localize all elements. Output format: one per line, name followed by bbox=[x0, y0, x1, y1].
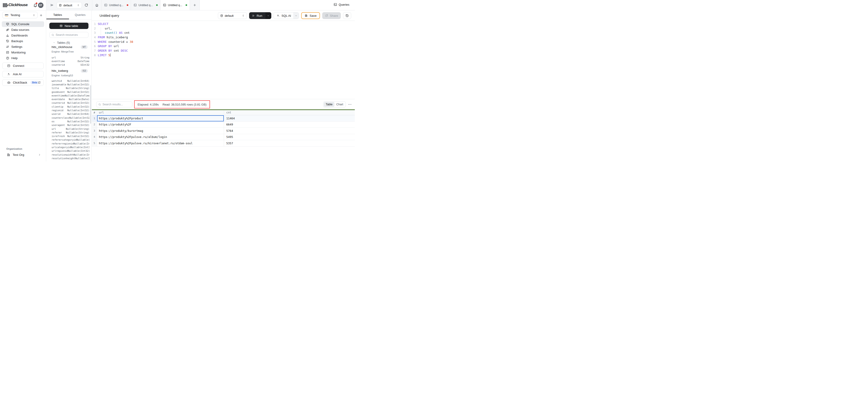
column-row[interactable]: referer Nullable(String) bbox=[52, 131, 89, 134]
column-row[interactable]: clientip Nullable(Int32) bbox=[52, 105, 89, 109]
wifi-icon bbox=[7, 64, 10, 67]
sidebar-item[interactable]: SQL Console bbox=[2, 21, 44, 27]
avatar[interactable]: DT bbox=[38, 2, 43, 8]
url-cell[interactable]: https://produkty%2Fpulove.ru/album/login bbox=[97, 134, 224, 140]
table-engine: Engine: IcebergS3 bbox=[52, 74, 73, 77]
sql-code[interactable]: 1SELECT2 url,3 count() AS cnt4FROM hits_… bbox=[92, 22, 355, 58]
column-type: Nullable(Int32) bbox=[69, 116, 89, 119]
column-row[interactable]: counterid UInt32 bbox=[52, 63, 89, 67]
sidebar-item[interactable]: Settings bbox=[2, 44, 44, 50]
connect-button[interactable]: Connect bbox=[2, 62, 44, 69]
add-service-button[interactable] bbox=[38, 13, 43, 18]
sidebar-item[interactable]: Dashboards bbox=[2, 33, 44, 38]
table-entry-hits-iceberg[interactable]: hits_iceberg IS3 bbox=[52, 69, 90, 73]
cnt-cell[interactable]: 5357 bbox=[224, 140, 355, 146]
column-row[interactable]: goodevent Nullable(Int32) bbox=[52, 90, 89, 94]
query-tab[interactable]: Untitled q... bbox=[160, 0, 190, 10]
column-row[interactable]: eventdate Nullable(Date) bbox=[52, 97, 89, 101]
editor-database-selector[interactable]: default bbox=[218, 12, 247, 19]
chevron-down-icon bbox=[267, 15, 270, 17]
column-row[interactable]: counterclass Nullable(Int32) bbox=[52, 116, 89, 120]
column-row[interactable]: urlregionid Nullable(Int32) bbox=[52, 149, 89, 153]
url-cell[interactable]: https://produkty%2Fproduct bbox=[97, 115, 224, 121]
refresh-icon[interactable] bbox=[84, 3, 88, 7]
sidebar-item[interactable]: Monitoring bbox=[2, 50, 44, 55]
sql-ai-options-button[interactable] bbox=[293, 12, 299, 19]
share-button[interactable]: Share bbox=[322, 12, 341, 19]
cnt-column-header[interactable]: cnt bbox=[224, 110, 355, 115]
column-row[interactable]: watchid Nullable(Int64) bbox=[52, 79, 89, 83]
sql-editor[interactable]: 1SELECT2 url,3 count() AS cnt4FROM hits_… bbox=[92, 21, 355, 99]
sparkles-icon bbox=[277, 14, 280, 17]
table-row[interactable]: 3 https://produkty/kurortmag 5764 bbox=[92, 128, 355, 134]
home-tab-button[interactable] bbox=[92, 0, 101, 10]
query-tab-strip: Untitled q... Untitled q... Untitled q..… bbox=[92, 0, 200, 10]
ask-ai-button[interactable]: Ask AI bbox=[2, 71, 44, 78]
query-status-dot bbox=[127, 4, 128, 6]
column-row[interactable]: resolutionwidth Nullable(Int bbox=[52, 153, 89, 157]
url-cell[interactable]: https://produkty/kurortmag bbox=[97, 128, 224, 134]
cnt-cell[interactable]: 5764 bbox=[224, 128, 355, 134]
column-row[interactable]: url String bbox=[52, 56, 89, 59]
new-table-button[interactable]: New table bbox=[49, 23, 89, 29]
column-type: Nullable(String) bbox=[66, 87, 89, 90]
scrollbar-thumb[interactable] bbox=[90, 85, 91, 124]
sidebar-item-label: Dashboards bbox=[11, 34, 28, 37]
table-row[interactable]: 4 https://produkty%2Fpulove.ru/album/log… bbox=[92, 134, 355, 140]
database-selector[interactable]: default bbox=[57, 2, 82, 8]
column-row[interactable]: userid Nullable(Int64) bbox=[52, 112, 89, 116]
query-tab[interactable]: Untitled q... bbox=[101, 0, 131, 10]
sql-ai-button[interactable]: SQL AI bbox=[274, 12, 293, 19]
search-resources-input[interactable] bbox=[49, 32, 89, 38]
more-options-button[interactable] bbox=[348, 102, 352, 107]
column-row[interactable]: isrefresh Nullable(Int32) bbox=[52, 134, 89, 138]
column-type: Nullable(Int32) bbox=[68, 149, 89, 152]
column-type: Nullable(Int32) bbox=[67, 124, 89, 126]
table-entry-hits-clickhouse[interactable]: hits_clickhouse MT bbox=[52, 45, 90, 49]
table-row[interactable]: 5 https://produkty%2Fpulove.ru/kiroverla… bbox=[92, 140, 355, 146]
column-row[interactable]: resolutionheight Nullable(In bbox=[52, 157, 89, 160]
sidebar-item[interactable]: Backups bbox=[2, 38, 44, 44]
query-tab[interactable]: Untitled q... bbox=[131, 0, 160, 10]
tab-queries[interactable]: Queries bbox=[69, 10, 92, 19]
organization-row[interactable]: Test Org bbox=[2, 152, 44, 158]
url-cell[interactable]: https://produkty%2Fpulove.ru/kiroverlane… bbox=[97, 140, 224, 146]
column-row[interactable]: referercategoryid Nullable(I bbox=[52, 138, 89, 142]
url-column-header[interactable]: url bbox=[97, 110, 224, 115]
sidebar-item[interactable]: Data sources bbox=[2, 27, 44, 33]
search-results-input[interactable] bbox=[96, 102, 132, 107]
notifications-bell-icon[interactable] bbox=[33, 3, 37, 7]
toggle-table[interactable]: Table bbox=[324, 102, 335, 107]
column-row[interactable]: useragent Nullable(Int32) bbox=[52, 123, 89, 127]
column-row[interactable]: refererregionid Nullable(Int bbox=[52, 142, 89, 145]
run-options-button[interactable] bbox=[266, 12, 271, 19]
column-row[interactable]: title Nullable(String) bbox=[52, 86, 89, 90]
url-cell[interactable]: https://produkty%2F bbox=[97, 122, 224, 128]
column-row[interactable]: url Nullable(String) bbox=[52, 127, 89, 131]
table-row[interactable]: 1 https://produkty%2Fproduct 11464 bbox=[92, 115, 355, 122]
tab-tables[interactable]: Tables bbox=[46, 10, 69, 19]
column-row[interactable]: counterid Nullable(Int32) bbox=[52, 101, 89, 105]
column-row[interactable]: eventtime Nullable(DateTime6 bbox=[52, 94, 89, 97]
save-button[interactable]: Save bbox=[301, 12, 320, 19]
column-row[interactable]: javaenable Nullable(Int32) bbox=[52, 83, 89, 86]
cnt-cell[interactable]: 6649 bbox=[224, 122, 355, 128]
query-title[interactable]: Untitled query bbox=[99, 14, 119, 18]
cnt-cell[interactable]: 5495 bbox=[224, 134, 355, 140]
column-row[interactable]: regionid Nullable(Int32) bbox=[52, 109, 89, 112]
column-row[interactable]: urlcategoryid Nullable(Int32 bbox=[52, 145, 89, 149]
clickstack-button[interactable]: ClickStack Beta bbox=[2, 79, 44, 86]
toggle-chart[interactable]: Chart bbox=[335, 102, 345, 107]
table-row[interactable]: 2 https://produkty%2F 6649 bbox=[92, 122, 355, 128]
run-button[interactable]: Run bbox=[249, 12, 266, 19]
collapse-sidebar-icon[interactable] bbox=[50, 3, 54, 7]
tables-section-header[interactable]: Tables (5) bbox=[46, 40, 70, 45]
cnt-cell[interactable]: 11464 bbox=[224, 115, 355, 121]
column-row[interactable]: os Nullable(Int32) bbox=[52, 120, 89, 123]
queries-button[interactable]: Queries bbox=[334, 3, 349, 6]
workspace-selector[interactable]: aws Testing bbox=[2, 12, 37, 18]
new-tab-button[interactable] bbox=[190, 0, 199, 10]
sidebar-item[interactable]: Help bbox=[2, 55, 44, 61]
column-row[interactable]: eventtime DateTime bbox=[52, 59, 89, 63]
query-history-button[interactable] bbox=[343, 12, 351, 19]
